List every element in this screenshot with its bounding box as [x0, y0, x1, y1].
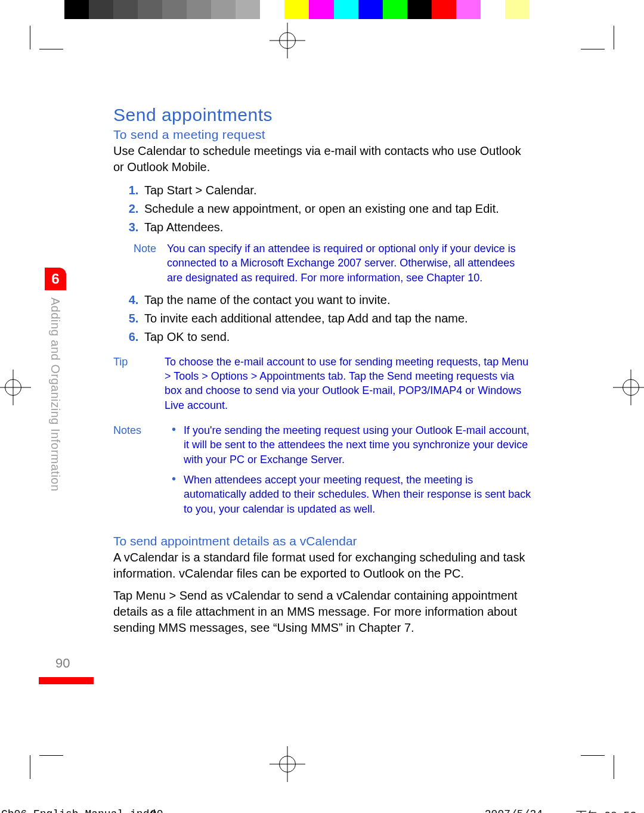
note-block: Note You can specify if an attendee is r… [134, 241, 532, 285]
chapter-number: 6 [45, 268, 66, 290]
note-text: You can specify if an attendee is requir… [167, 241, 532, 285]
page-number: 90 [55, 656, 70, 671]
chapter-side-tab: 6 Adding and Organizing Information [45, 268, 66, 492]
registration-mark-right [613, 370, 644, 405]
tip-block: Tip To choose the e-mail account to use … [113, 355, 532, 412]
steps-list-b: Tap the name of the contact you want to … [113, 291, 532, 346]
tip-text: To choose the e-mail account to use for … [165, 355, 532, 412]
body-paragraph: Tap Menu > Send as vCalendar to send a v… [113, 588, 532, 636]
crop-mark [581, 731, 605, 756]
section-heading: Send appointments [113, 105, 532, 125]
notes-label: Notes [113, 423, 165, 522]
page-number-underline [39, 677, 94, 684]
slug-filename: Ch06_English_Manual.indd [1, 808, 156, 813]
step-item: Tap OK to send. [142, 328, 532, 346]
slug-date: 2007/5/24 [485, 808, 543, 813]
body-paragraph: A vCalendar is a standard file format us… [113, 550, 532, 582]
tip-label: Tip [113, 355, 165, 412]
note-label: Note [134, 241, 167, 285]
slug-time: 下午 08:53: [576, 808, 643, 813]
step-item: To invite each additional attendee, tap … [142, 309, 532, 328]
slug-page: 90 [150, 808, 163, 813]
step-item: Tap Start > Calendar. [142, 181, 532, 200]
crop-mark [39, 49, 63, 73]
subsection-heading: To send appointment details as a vCalend… [113, 534, 532, 548]
steps-list-a: Tap Start > Calendar. Schedule a new app… [113, 181, 532, 237]
step-item: Tap Attendees. [142, 218, 532, 237]
page-content: Send appointments To send a meeting requ… [113, 105, 532, 642]
crop-mark [39, 731, 63, 756]
print-color-bar [64, 0, 530, 19]
notes-item: If you're sending the meeting request us… [175, 423, 532, 467]
crop-mark [581, 49, 605, 73]
notes-block: Notes If you're sending the meeting requ… [113, 423, 532, 522]
registration-mark-bottom [270, 746, 305, 782]
registration-mark-left [0, 370, 31, 405]
registration-mark-top [270, 23, 305, 58]
chapter-side-label: Adding and Organizing Information [48, 297, 62, 492]
step-item: Tap the name of the contact you want to … [142, 291, 532, 309]
step-item: Schedule a new appointment, or open an e… [142, 200, 532, 218]
subsection-heading: To send a meeting request [113, 128, 532, 142]
notes-item: When attendees accept your meeting reque… [175, 473, 532, 516]
intro-paragraph: Use Calendar to schedule meetings via e-… [113, 143, 532, 175]
